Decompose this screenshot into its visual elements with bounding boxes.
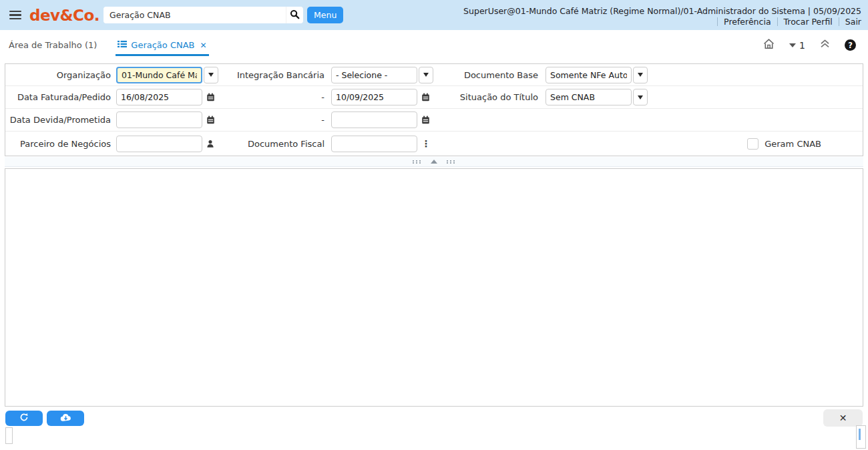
- data-devida-to-input[interactable]: [331, 111, 417, 128]
- panel-splitter[interactable]: [5, 157, 863, 167]
- cloud-download-icon: [60, 413, 71, 424]
- splitter-dots-icon: [447, 160, 455, 164]
- form-row-1: Organização Integração Bancária Document…: [5, 64, 863, 86]
- situacao-titulo-label: Situação do Título: [438, 92, 538, 102]
- parceiro-negocios-input[interactable]: [116, 136, 202, 152]
- scroll-thumb: [859, 429, 861, 440]
- logout-link[interactable]: Sair: [839, 17, 861, 26]
- export-button[interactable]: [47, 411, 84, 426]
- tabbar-actions: 1 ?: [763, 38, 856, 53]
- splitter-collapse-icon[interactable]: [431, 160, 437, 164]
- documento-base-label: Documento Base: [438, 70, 538, 80]
- home-icon[interactable]: [763, 38, 775, 53]
- documento-base-dropdown-button[interactable]: [633, 67, 648, 83]
- refresh-button[interactable]: [5, 411, 43, 426]
- tab-geracao-cnab[interactable]: Geração CNAB ✕: [116, 30, 208, 60]
- chevron-down-icon: [638, 73, 643, 77]
- south-panel-handle-left[interactable]: [5, 427, 13, 444]
- app-logo: dev&Co.: [29, 7, 99, 24]
- situacao-titulo-input[interactable]: [546, 89, 632, 105]
- integracao-bancaria-label: Integração Bancária: [223, 70, 324, 80]
- documento-fiscal-label: Documento Fiscal: [223, 139, 324, 149]
- person-icon[interactable]: [206, 140, 214, 148]
- documento-fiscal-input[interactable]: [331, 136, 417, 152]
- calendar-icon[interactable]: [421, 116, 430, 124]
- documento-base-input[interactable]: [546, 67, 632, 83]
- tab-close-icon[interactable]: ✕: [200, 41, 207, 50]
- data-faturada-label: Data Faturada/Pedido: [5, 92, 111, 102]
- tab-workspace[interactable]: Área de Trabalho (1): [9, 40, 97, 50]
- organizacao-dropdown-button[interactable]: [204, 67, 218, 83]
- active-tab-label: Geração CNAB: [131, 40, 194, 50]
- geram-cnab-field: Geram CNAB: [747, 138, 821, 150]
- chevron-down-icon: [789, 43, 796, 47]
- form-row-2: Data Faturada/Pedido -: [5, 86, 863, 109]
- header-user-area: SuperUser@01-Mundo Café Matriz (Regime N…: [463, 5, 861, 26]
- parceiro-negocios-label: Parceiro de Negócios: [5, 139, 111, 149]
- search-button[interactable]: [286, 7, 303, 23]
- preference-link[interactable]: Preferência: [717, 17, 777, 26]
- help-icon[interactable]: ?: [845, 39, 856, 51]
- splitter-dots-icon: [413, 160, 421, 164]
- switch-role-link[interactable]: Trocar Perfil: [777, 17, 839, 26]
- window-selector[interactable]: 1: [789, 40, 805, 51]
- data-devida-label: Data Devida/Prometida: [5, 115, 111, 125]
- search-input[interactable]: [103, 7, 286, 23]
- close-window-button[interactable]: ✕: [823, 409, 863, 427]
- header-links: Preferência Trocar Perfil Sair: [463, 17, 861, 26]
- date-range-separator: -: [223, 115, 324, 125]
- results-area: [5, 168, 863, 407]
- chevron-down-icon: [638, 95, 643, 99]
- data-devida-from-input[interactable]: [116, 111, 202, 128]
- more-options-icon[interactable]: ⋮: [421, 140, 431, 147]
- action-bar: ✕: [5, 409, 863, 427]
- app-header: dev&Co. Menu SuperUser@01-Mundo Café Mat…: [0, 0, 868, 30]
- geram-cnab-label: Geram CNAB: [765, 139, 821, 149]
- global-search: [103, 7, 303, 23]
- data-faturada-to-input[interactable]: [331, 89, 417, 105]
- date-range-separator: -: [223, 92, 324, 102]
- filter-form: Organização Integração Bancária Document…: [5, 63, 863, 156]
- form-row-3: Data Devida/Prometida -: [5, 109, 863, 132]
- integracao-bancaria-input[interactable]: [331, 67, 417, 83]
- situacao-titulo-dropdown-button[interactable]: [633, 89, 648, 105]
- user-info: SuperUser@01-Mundo Café Matriz (Regime N…: [463, 5, 861, 17]
- form-row-4: Parceiro de Negócios Documento Fiscal ⋮ …: [5, 132, 863, 156]
- integracao-bancaria-dropdown-button[interactable]: [419, 67, 433, 83]
- calendar-icon[interactable]: [206, 116, 215, 124]
- geram-cnab-checkbox[interactable]: [747, 138, 758, 150]
- calendar-icon[interactable]: [206, 93, 215, 101]
- menu-button[interactable]: Menu: [307, 7, 343, 23]
- chevron-down-icon: [423, 73, 429, 77]
- window-count: 1: [799, 40, 805, 51]
- organizacao-input[interactable]: [116, 67, 202, 83]
- search-icon: [290, 9, 300, 21]
- refresh-icon: [19, 413, 29, 424]
- chevron-down-icon: [208, 73, 214, 77]
- list-icon: [118, 40, 127, 50]
- data-faturada-from-input[interactable]: [116, 89, 202, 105]
- tab-bar: Área de Trabalho (1) Geração CNAB ✕: [0, 30, 868, 60]
- calendar-icon[interactable]: [421, 93, 430, 101]
- organizacao-label: Organização: [5, 70, 111, 80]
- collapse-up-icon[interactable]: [819, 39, 831, 51]
- south-panel-handle-right[interactable]: [856, 425, 866, 449]
- hamburger-icon[interactable]: [9, 9, 21, 22]
